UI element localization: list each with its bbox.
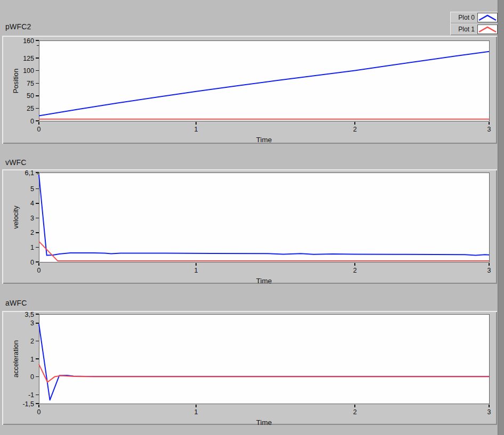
svg-text:2: 2 (30, 229, 34, 236)
chart-panel-pwfc2: 02550751001251600123 Position Time (2, 36, 497, 144)
y-axis-label: acceleration (12, 340, 20, 377)
svg-text:0: 0 (37, 408, 41, 416)
legend-item-label: Plot 0 (458, 14, 475, 21)
svg-text:5: 5 (30, 185, 34, 193)
svg-text:2: 2 (353, 126, 357, 133)
x-axis-ticks: 0123 (37, 405, 491, 416)
svg-text:4: 4 (30, 200, 34, 207)
chart-panel-vwfc: 0123456,10123 velocity Time (2, 169, 497, 284)
chart-title-vwfc: vWFC (5, 158, 27, 167)
y-axis-ticks: 0123456,1 (25, 169, 39, 266)
plot-area (39, 40, 489, 121)
plot-area (39, 173, 489, 262)
svg-text:3: 3 (487, 408, 491, 416)
svg-text:0: 0 (37, 126, 41, 133)
svg-text:160: 160 (23, 37, 34, 45)
plot-legend: Plot 0 Plot 1 (450, 12, 499, 35)
svg-text:100: 100 (23, 67, 34, 75)
svg-text:2: 2 (30, 338, 34, 345)
plot-area (39, 314, 489, 404)
x-axis-ticks: 0123 (37, 263, 491, 275)
legend-line-sample-icon[interactable] (477, 24, 498, 34)
svg-text:1: 1 (30, 244, 34, 251)
chart-panel-awfc: -1,5-101233,50123 acceleration Time (2, 311, 497, 425)
y-axis-label: Position (12, 68, 20, 93)
labview-front-panel: { "window": { "background_color": "#bcbc… (0, 0, 504, 435)
svg-text:2: 2 (353, 408, 357, 416)
x-axis-label: Time (256, 136, 272, 144)
y-axis-ticks: -1,5-101233,5 (22, 311, 38, 408)
svg-text:0: 0 (37, 267, 41, 274)
svg-text:25: 25 (27, 105, 34, 112)
x-axis-ticks: 0123 (37, 122, 491, 134)
x-axis-label: Time (256, 277, 272, 285)
legend-item-plot-1[interactable]: Plot 1 (450, 23, 499, 35)
svg-text:6,1: 6,1 (25, 169, 34, 177)
svg-text:-1: -1 (28, 391, 34, 399)
waveform-chart-vwfc: 0123456,10123 (2, 169, 497, 284)
svg-text:1: 1 (194, 267, 198, 274)
svg-text:3,5: 3,5 (25, 311, 34, 318)
waveform-chart-awfc: -1,5-101233,50123 (2, 311, 497, 425)
chart-title-awfc: aWFC (5, 299, 27, 307)
svg-text:3: 3 (30, 319, 34, 327)
svg-text:3: 3 (30, 215, 34, 222)
svg-text:3: 3 (487, 267, 491, 274)
svg-text:0: 0 (30, 118, 34, 125)
x-axis-label: Time (256, 418, 272, 426)
y-axis-label: velocity (12, 206, 20, 228)
svg-text:-1,5: -1,5 (22, 400, 34, 408)
svg-text:0: 0 (30, 373, 34, 381)
window-edge-strip (498, 0, 504, 435)
y-axis-ticks: 0255075100125160 (23, 37, 38, 125)
svg-text:0: 0 (30, 259, 34, 266)
svg-text:125: 125 (23, 55, 34, 62)
legend-line-sample-icon[interactable] (477, 13, 498, 22)
legend-item-plot-0[interactable]: Plot 0 (450, 12, 499, 23)
svg-text:1: 1 (194, 126, 198, 133)
svg-text:3: 3 (487, 126, 491, 133)
svg-text:2: 2 (353, 267, 357, 274)
waveform-chart-pwfc2: 02550751001251600123 (2, 36, 497, 144)
svg-text:50: 50 (27, 92, 34, 100)
svg-text:1: 1 (194, 408, 198, 416)
legend-item-label: Plot 1 (458, 26, 475, 33)
svg-text:1: 1 (30, 356, 34, 363)
chart-title-pwfc2: pWFC2 (5, 22, 31, 31)
svg-text:75: 75 (27, 80, 34, 87)
